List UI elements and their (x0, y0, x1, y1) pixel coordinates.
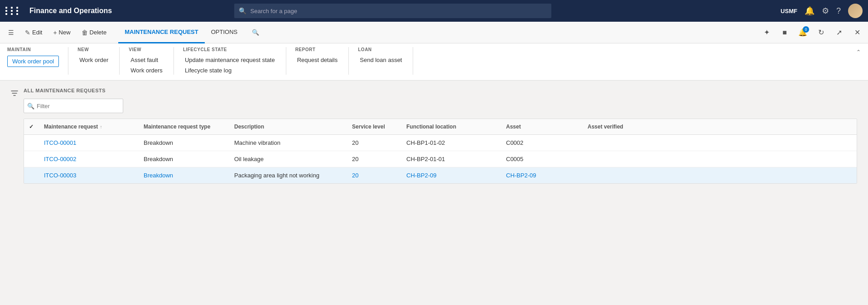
th-description[interactable]: Description (229, 119, 347, 134)
table-row: ITCO-00001 Breakdown Machine vibration 2… (24, 135, 857, 151)
sort-icon: ↑ (100, 124, 102, 129)
top-nav-right: USMF 🔔 ⚙ ? (781, 4, 863, 18)
row2-description: Oil leakage (229, 151, 347, 167)
notification-badge: 0 (803, 26, 809, 33)
ribbon-loan-label: LOAN (358, 47, 404, 52)
ribbon-loan-items: Send loan asset (358, 56, 404, 64)
filter-input-wrap: 🔍 (24, 99, 123, 113)
row2-functional-location: CH-BP2-01-01 (401, 151, 501, 167)
edit-icon: ✎ (25, 29, 30, 36)
row1-functional-location: CH-BP1-01-02 (401, 135, 501, 151)
th-functional-location[interactable]: Functional location (401, 119, 501, 134)
ribbon-maintain-items: Work order pool (7, 56, 59, 67)
filter-icon: 🔍 (27, 103, 34, 110)
row3-check (24, 167, 39, 183)
row2-id[interactable]: ITCO-00002 (39, 151, 138, 167)
request-details-button[interactable]: Request details (295, 56, 340, 64)
diamond-icon-button[interactable]: ✦ (759, 25, 774, 40)
work-order-pool-button[interactable]: Work order pool (7, 56, 59, 67)
ribbon-lifecycle-label: LIFECYCLE STATE (183, 47, 277, 52)
ribbon-view-label: VIEW (129, 47, 164, 52)
tab-options[interactable]: OPTIONS (205, 22, 244, 43)
row1-asset-verified (582, 135, 637, 151)
th-type[interactable]: Maintenance request type (138, 119, 229, 134)
search-icon-action: 🔍 (252, 29, 259, 36)
filter-bar: 🔍 (24, 99, 857, 113)
th-check: ✓ (24, 119, 39, 134)
notifications-button[interactable]: 🔔 0 (796, 25, 810, 40)
user-avatar[interactable] (848, 4, 863, 18)
ribbon-report-group: REPORT Request details (295, 47, 349, 75)
ribbon-view-group: VIEW Asset fault Work orders (129, 47, 174, 75)
company-label: USMF (781, 8, 797, 14)
office-icon-button[interactable]: ■ (777, 25, 792, 40)
plus-icon: + (53, 29, 57, 36)
action-bar-right: ✦ ■ 🔔 0 ↻ ➚ ✕ (759, 25, 864, 40)
asset-fault-button[interactable]: Asset fault (129, 56, 164, 64)
th-asset-verified[interactable]: Asset verified (582, 119, 637, 134)
search-button[interactable]: 🔍 (247, 26, 264, 38)
ribbon-maintain-group: MAINTAIN Work order pool (7, 47, 68, 75)
ribbon-lifecycle-group: LIFECYCLE STATE Update maintenance reque… (183, 47, 286, 75)
new-label: New (59, 29, 71, 36)
ribbon-new-group: NEW Work order (77, 47, 120, 75)
ribbon: MAINTAIN Work order pool NEW Work order … (0, 43, 868, 81)
ribbon-view-items: Asset fault Work orders (129, 56, 164, 75)
settings-icon[interactable]: ⚙ (822, 6, 829, 16)
delete-button[interactable]: 🗑 Delete (77, 26, 111, 39)
app-grid-icon[interactable] (5, 7, 20, 15)
update-maintenance-state-button[interactable]: Update maintenance request state (183, 56, 277, 64)
ribbon-report-label: REPORT (295, 47, 340, 52)
edit-button[interactable]: ✎ Edit (20, 26, 47, 39)
filter-input[interactable] (24, 99, 123, 113)
tab-group: MAINTENANCE REQUEST OPTIONS 🔍 (118, 22, 264, 43)
row3-service-level: 20 (347, 167, 401, 183)
hamburger-icon: ☰ (8, 29, 14, 36)
row2-check (24, 151, 39, 167)
row2-type: Breakdown (138, 151, 229, 167)
row1-id[interactable]: ITCO-00001 (39, 135, 138, 151)
table-header: ✓ Maintenance request ↑ Maintenance requ… (24, 119, 857, 135)
ribbon-new-label: NEW (77, 47, 110, 52)
notification-icon[interactable]: 🔔 (805, 6, 815, 16)
action-bar: ☰ ✎ Edit + New 🗑 Delete MAINTENANCE REQU… (0, 22, 868, 43)
lifecycle-state-log-button[interactable]: Lifecycle state log (183, 66, 277, 75)
delete-label: Delete (90, 29, 107, 36)
hamburger-button[interactable]: ☰ (4, 26, 19, 39)
new-button[interactable]: + New (48, 26, 75, 39)
ribbon-lifecycle-items: Update maintenance request state Lifecyc… (183, 56, 277, 75)
app-title: Finance and Operations (29, 7, 112, 15)
th-asset[interactable]: Asset (501, 119, 582, 134)
row1-service-level: 20 (347, 135, 401, 151)
row3-description: Packaging area light not working (229, 167, 347, 183)
ribbon-loan-group: LOAN Send loan asset (358, 47, 413, 75)
send-loan-asset-button[interactable]: Send loan asset (358, 56, 404, 64)
ribbon-new-items: Work order (77, 56, 110, 64)
row3-asset[interactable]: CH-BP2-09 (501, 167, 582, 183)
search-icon: 🔍 (239, 7, 246, 14)
row1-type: Breakdown (138, 135, 229, 151)
action-bar-left: ☰ ✎ Edit + New 🗑 Delete (4, 26, 111, 39)
refresh-button[interactable]: ↻ (814, 25, 828, 40)
row3-functional-location[interactable]: CH-BP2-09 (401, 167, 501, 183)
row3-type: Breakdown (138, 167, 229, 183)
ribbon-maintain-label: MAINTAIN (7, 47, 59, 52)
help-icon[interactable]: ? (836, 6, 841, 16)
open-new-window-button[interactable]: ➚ (832, 25, 846, 40)
filter-sidebar-icon[interactable] (11, 88, 18, 98)
close-button[interactable]: ✕ (850, 25, 864, 40)
delete-icon: 🗑 (82, 29, 88, 36)
main-content: ALL MAINTENANCE REQUESTS 🔍 ✓ Maintenance… (0, 81, 868, 253)
work-order-button[interactable]: Work order (77, 56, 110, 64)
row1-asset: C0002 (501, 135, 582, 151)
row2-service-level: 20 (347, 151, 401, 167)
ribbon-collapse-button[interactable]: ⌃ (856, 47, 861, 55)
top-navigation: Finance and Operations 🔍 USMF 🔔 ⚙ ? (0, 0, 868, 22)
th-service-level[interactable]: Service level (347, 119, 401, 134)
search-input[interactable] (234, 4, 551, 18)
row3-id[interactable]: ITCO-00003 (39, 167, 138, 183)
tab-maintenance-request[interactable]: MAINTENANCE REQUEST (118, 22, 205, 43)
row1-description: Machine vibration (229, 135, 347, 151)
work-orders-button[interactable]: Work orders (129, 66, 164, 75)
th-maintenance-request[interactable]: Maintenance request ↑ (39, 119, 138, 134)
